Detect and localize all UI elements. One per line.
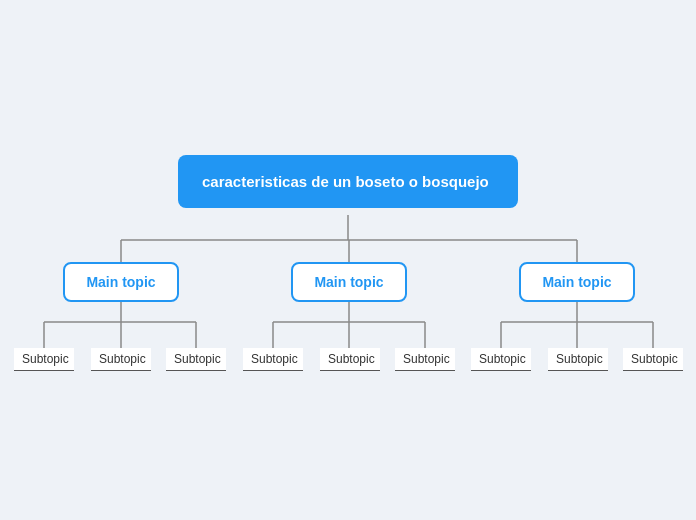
connector-lines <box>0 0 696 520</box>
subtopic-left-1[interactable]: Subtopic <box>14 348 74 371</box>
subtopic-right-2[interactable]: Subtopic <box>548 348 608 371</box>
subtopic-right-1[interactable]: Subtopic <box>471 348 531 371</box>
subtopic-center-3[interactable]: Subtopic <box>395 348 455 371</box>
main-topic-left[interactable]: Main topic <box>63 262 179 302</box>
root-node: caracteristicas de un boseto o bosquejo <box>178 155 518 208</box>
subtopic-left-2[interactable]: Subtopic <box>91 348 151 371</box>
main-topic-right-label: Main topic <box>542 274 611 290</box>
subtopic-left-3[interactable]: Subtopic <box>166 348 226 371</box>
main-topic-center[interactable]: Main topic <box>291 262 407 302</box>
subtopic-center-2[interactable]: Subtopic <box>320 348 380 371</box>
subtopic-center-1[interactable]: Subtopic <box>243 348 303 371</box>
root-label: caracteristicas de un boseto o bosquejo <box>202 173 489 190</box>
main-topic-center-label: Main topic <box>314 274 383 290</box>
main-topic-left-label: Main topic <box>86 274 155 290</box>
subtopic-right-3[interactable]: Subtopic <box>623 348 683 371</box>
mind-map: caracteristicas de un boseto o bosquejo … <box>0 0 696 520</box>
main-topic-right[interactable]: Main topic <box>519 262 635 302</box>
